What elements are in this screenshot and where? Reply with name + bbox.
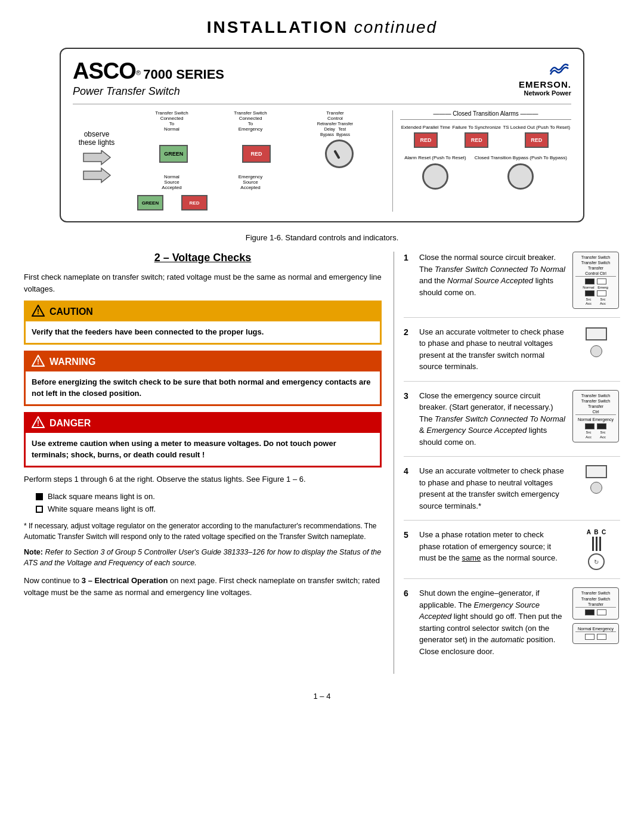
product-name: Power Transfer Switch (73, 85, 224, 98)
warning-body: Before energizing the switch check to be… (26, 371, 380, 404)
voltmeter-icon (586, 327, 607, 340)
alarm-reset-circle[interactable] (422, 163, 448, 190)
ts-normal-label: Transfer SwitchConnectedToNormal (151, 110, 193, 137)
control-labels-row: Transfer SwitchConnectedToNormal Transfe… (132, 110, 380, 137)
step-2: 2 Use an accurate voltmeter to check pha… (404, 326, 620, 382)
mini-white-1 (597, 278, 606, 284)
section-title: 2 – Voltage Checks (24, 252, 382, 264)
warning-triangle-icon: ! (32, 355, 45, 369)
step-2-number: 2 (404, 326, 413, 373)
svg-text:!: ! (37, 308, 39, 316)
alarm-red-2: RED (465, 132, 488, 148)
observe-area: observethese lights (73, 110, 120, 212)
voltmeter-probe-icon (590, 345, 602, 357)
failure-synchronize: Failure To Synchronize RED (453, 125, 501, 150)
danger-header: ! DANGER (26, 414, 380, 433)
step-5: 5 Use a phase rotation meter to check ph… (404, 529, 620, 579)
brand-name: ASCO® 7000 SERIES (73, 58, 224, 84)
page-footer: 1 – 4 (24, 692, 620, 701)
arrows-icon (80, 150, 113, 192)
observe-label: observethese lights (79, 130, 115, 147)
step-6-number: 6 (404, 587, 413, 657)
closed-transition-panel: ——— Closed Transition Alarms ——— Extende… (392, 110, 571, 212)
mini-panel-6a: Transfer Switch Transfer Switch Transfer (572, 587, 619, 619)
step-4-content: Use an accurate voltmeter to check phase… (419, 465, 566, 512)
green-light-1: GREEN (159, 145, 188, 165)
emerson-logo: EMERSON. Network Power (519, 60, 571, 97)
step-5-number: 5 (404, 529, 413, 570)
step-1-content: Close the normal source circuit breaker.… (419, 252, 566, 309)
controls-area: observethese lights Transfer SwitchConne… (73, 110, 571, 212)
note-text: Note: Refer to Section 3 of Group 5 Cont… (24, 547, 382, 569)
bullet-item-1: Black square means light is on. (36, 491, 382, 503)
alarm-header: ——— Closed Transition Alarms ——— (400, 110, 571, 120)
bottom-text: Now continue to 3 – Electrical Operation… (24, 575, 382, 598)
emergency-accepted-label: EmergencySourceAccepted (230, 174, 271, 190)
danger-triangle-icon: ! (32, 416, 45, 431)
svg-marker-1 (83, 168, 110, 182)
footnote-text: * If necessary, adjust voltage regulator… (24, 521, 382, 542)
figure-caption: Figure 1-6. Standard controls and indica… (24, 233, 620, 242)
left-column: 2 – Voltage Checks First check nameplate… (24, 252, 382, 674)
bypass-circle[interactable] (507, 163, 534, 190)
mini-black-1b (585, 290, 595, 296)
step-1: 1 Close the normal source circuit breake… (404, 252, 620, 318)
warning-header: ! WARNING (26, 352, 380, 371)
ts-emergency-label: Transfer SwitchConnectedToEmergency (230, 110, 271, 137)
step-4: 4 Use an accurate voltmeter to check pha… (404, 465, 620, 521)
caution-body: Verify that the feeders have been connec… (26, 321, 380, 343)
page-header: INSTALLATION continued (24, 18, 620, 37)
transfer-control-label: TransferControlRetransfer TransferDelay … (308, 110, 362, 137)
emerson-wave-icon (547, 60, 571, 78)
rotary-switch-1 (325, 140, 354, 171)
page-title: INSTALLATION continued (24, 18, 620, 37)
step-4-number: 4 (404, 465, 413, 512)
step-3-diagram: Transfer Switch Transfer Switch Transfer… (572, 390, 620, 448)
step-3-content: Close the emergency source circuit break… (419, 390, 566, 448)
push-buttons-row: Alarm Reset (Push To Reset) Closed Trans… (400, 155, 571, 189)
caution-header: ! CAUTION (26, 302, 380, 321)
svg-text:!: ! (37, 358, 39, 366)
mini-lights-row-1a (575, 278, 616, 284)
step-4-diagram (572, 465, 620, 512)
alarm-reset-btn[interactable]: Alarm Reset (Push To Reset) (404, 155, 466, 189)
ts-locked-out: TS Locked Out (Push To Reset) RED (503, 125, 570, 150)
step-2-diagram (572, 326, 620, 373)
step-1-diagram: Transfer Switch Transfer Switch Transfer… (572, 252, 620, 309)
red-indicator-1: RED (242, 145, 271, 163)
mini-panel-3: Transfer Switch Transfer Switch Transfer… (572, 390, 619, 442)
panel-header: ASCO® 7000 SERIES Power Transfer Switch … (73, 58, 571, 98)
black-square-icon (36, 493, 43, 500)
right-column: 1 Close the normal source circuit breake… (394, 252, 620, 674)
mini-lights-row-1b (575, 290, 616, 296)
step-6-diagram: Transfer Switch Transfer Switch Transfer… (572, 587, 620, 657)
step-5-diagram: A B C ↻ (572, 529, 620, 570)
rotation-meter-icon: ↻ (588, 553, 605, 570)
alarm-indicators-row: Extended Parallel Time RED Failure To Sy… (400, 125, 571, 150)
network-label: Network Power (519, 89, 571, 97)
svg-text:!: ! (37, 419, 39, 428)
warning-box: ! WARNING Before energizing the switch c… (24, 351, 382, 406)
mini-black-1 (585, 278, 595, 284)
caution-triangle-icon: ! (32, 305, 45, 319)
red-indicator-2: RED (181, 195, 208, 210)
emerson-name: EMERSON. (519, 79, 571, 89)
rotary-indicator-1[interactable] (325, 140, 354, 168)
red-light-2: RED (181, 195, 208, 212)
step-5-content: Use a phase rotation meter to check phas… (419, 529, 566, 570)
danger-body: Use extreme caution when using a meter t… (26, 433, 380, 466)
lights-row-1: GREEN RED (132, 140, 380, 171)
cable-diagram: A B C ↻ (572, 529, 620, 570)
alarm-red-3: RED (525, 132, 549, 148)
green-light-2: GREEN (137, 195, 163, 212)
mini-panel-6b: Normal Emergency (572, 623, 619, 644)
main-content: 2 – Voltage Checks First check nameplate… (24, 252, 620, 674)
intro-text: First check nameplate on transfer switch… (24, 271, 382, 295)
caution-box: ! CAUTION Verify that the feeders have b… (24, 301, 382, 345)
step-6: 6 Shut down the engine–generator, if app… (404, 587, 620, 665)
bypass-btn[interactable]: Closed Transition Bypass (Push To Bypass… (475, 155, 567, 189)
red-light-1: RED (242, 145, 271, 165)
page: INSTALLATION continued ASCO® 7000 SERIES… (0, 0, 644, 833)
step-1-number: 1 (404, 252, 413, 309)
white-square-icon (36, 506, 43, 513)
